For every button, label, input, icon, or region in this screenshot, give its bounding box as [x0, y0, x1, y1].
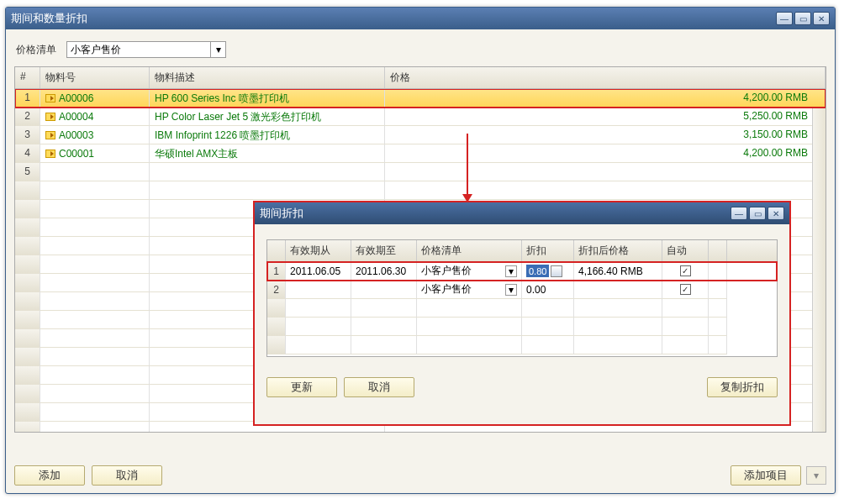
main-titlebar: 期间和数量折扣 — ▭ ✕ [6, 8, 835, 29]
valid-to-cell[interactable] [351, 281, 417, 299]
scrollbar[interactable] [812, 108, 826, 432]
price-list-value: 小客户售价 [67, 43, 210, 57]
row-number [15, 422, 40, 432]
price-cell[interactable]: 5,250.00 RMB [385, 108, 826, 126]
price-list-label: 价格清单 [16, 43, 56, 57]
scol-price-list[interactable]: 价格清单 [417, 240, 522, 262]
sub-titlebar: 期间折扣 — ▭ ✕ [255, 202, 789, 224]
row-padding [709, 281, 727, 299]
price-list-dropdown[interactable]: 小客户售价 ▾ [66, 41, 226, 58]
row-number: 2 [15, 108, 40, 126]
table-row[interactable]: 3A00003IBM Infoprint 1226 喷墨打印机3,150.00 … [15, 126, 826, 144]
row-padding [709, 262, 727, 281]
col-price[interactable]: 价格 [385, 67, 826, 88]
row-number [15, 237, 40, 255]
sub-minimize-button[interactable]: — [731, 207, 747, 220]
material-no-cell[interactable]: C00001 [40, 144, 150, 163]
close-button[interactable]: ✕ [813, 12, 830, 25]
description-cell[interactable]: 华硕Intel AMX主板 [150, 144, 385, 163]
discount-cell[interactable]: 0.80 [522, 262, 574, 281]
main-window: 期间和数量折扣 — ▭ ✕ 价格清单 小客户售价 ▾ # 物料号 物料描述 价格… [5, 7, 836, 494]
scol-valid-from[interactable]: 有效期从 [286, 240, 351, 262]
link-arrow-icon[interactable] [45, 131, 55, 139]
row-number: 1 [267, 262, 286, 281]
row-number [15, 311, 40, 329]
pricelist-cell[interactable]: 小客户售价▾ [417, 262, 522, 281]
material-no-cell[interactable]: A00003 [40, 126, 150, 144]
discount-cell[interactable]: 0.00 [522, 281, 574, 299]
col-material-no[interactable]: 物料号 [40, 67, 150, 88]
cancel-button[interactable]: 取消 [92, 465, 162, 486]
col-num[interactable]: # [15, 67, 40, 88]
row-number [15, 181, 40, 200]
maximize-button[interactable]: ▭ [794, 12, 811, 25]
price-cell[interactable]: 4,200.00 RMB [385, 89, 826, 108]
valid-from-cell[interactable] [286, 281, 351, 299]
auto-cell[interactable]: ✓ [662, 262, 709, 281]
scol-price-after[interactable]: 折扣后价格 [574, 240, 662, 262]
price-after-cell[interactable] [574, 281, 662, 299]
row-number: 1 [15, 89, 40, 108]
row-number: 3 [15, 126, 40, 144]
chevron-down-icon: ▾ [210, 42, 225, 57]
discount-row[interactable]: 2小客户售价▾0.00✓ [267, 281, 777, 299]
auto-cell[interactable]: ✓ [662, 281, 709, 299]
annotation-arrow [467, 134, 468, 194]
row-number [267, 299, 286, 318]
row-number: 4 [15, 144, 40, 163]
minimize-button[interactable]: — [776, 12, 793, 25]
row-number: 5 [15, 163, 40, 181]
table-row[interactable]: 5 [15, 163, 826, 181]
discount-row-empty[interactable] [267, 336, 777, 354]
period-discount-window: 期间折扣 — ▭ ✕ 有效期从 有效期至 价格清单 折扣 折扣后价格 自动 [253, 201, 791, 426]
table-row[interactable]: 1A00006HP 600 Series Inc 喷墨打印机4,200.00 R… [15, 89, 826, 108]
sub-maximize-button[interactable]: ▭ [749, 207, 766, 220]
chevron-down-icon[interactable]: ▾ [505, 284, 517, 296]
price-cell[interactable]: 4,200.00 RMB [385, 144, 826, 163]
table-row[interactable]: 4C00001华硕Intel AMX主板4,200.00 RMB [15, 144, 826, 163]
discount-row-empty[interactable] [267, 299, 777, 318]
add-item-button[interactable]: 添加项目 [731, 465, 801, 486]
update-button[interactable]: 更新 [266, 377, 337, 397]
description-cell[interactable] [150, 163, 385, 181]
valid-to-cell[interactable]: 2011.06.30 [351, 262, 417, 281]
auto-checkbox[interactable]: ✓ [680, 284, 691, 295]
description-cell[interactable]: HP 600 Series Inc 喷墨打印机 [150, 89, 385, 108]
scol-num[interactable] [267, 240, 286, 262]
description-cell[interactable]: HP Color Laser Jet 5 激光彩色打印机 [150, 108, 385, 126]
calculator-icon[interactable] [551, 265, 562, 277]
table-row-empty[interactable] [15, 181, 826, 200]
material-no-cell[interactable]: A00006 [40, 89, 150, 108]
discount-row[interactable]: 12011.06.052011.06.30小客户售价▾0.804,166.40 … [267, 262, 777, 281]
material-no-cell[interactable]: A00004 [40, 108, 150, 126]
scol-valid-to[interactable]: 有效期至 [351, 240, 417, 262]
row-number [15, 218, 40, 237]
price-cell[interactable]: 3,150.00 RMB [385, 126, 826, 144]
add-button[interactable]: 添加 [14, 465, 85, 486]
link-arrow-icon[interactable] [45, 94, 55, 102]
row-number [267, 318, 286, 336]
sub-close-button[interactable]: ✕ [768, 207, 784, 220]
sub-title: 期间折扣 [260, 206, 731, 221]
copy-discount-button[interactable]: 复制折扣 [707, 377, 778, 397]
row-number [15, 348, 40, 366]
table-row[interactable]: 2A00004HP Color Laser Jet 5 激光彩色打印机5,250… [15, 108, 826, 126]
row-number [15, 329, 40, 348]
row-number [15, 255, 40, 274]
link-arrow-icon[interactable] [45, 113, 55, 121]
scol-auto[interactable]: 自动 [662, 240, 709, 262]
discount-row-empty[interactable] [267, 318, 777, 336]
price-after-cell[interactable]: 4,166.40 RMB [574, 262, 662, 281]
description-cell[interactable]: IBM Infoprint 1226 喷墨打印机 [150, 126, 385, 144]
valid-from-cell[interactable]: 2011.06.05 [286, 262, 351, 281]
material-no-cell[interactable] [40, 163, 150, 181]
link-arrow-icon[interactable] [45, 150, 55, 158]
price-cell[interactable] [385, 163, 826, 181]
scol-discount[interactable]: 折扣 [522, 240, 574, 262]
pricelist-cell[interactable]: 小客户售价▾ [417, 281, 522, 299]
sub-cancel-button[interactable]: 取消 [344, 377, 414, 397]
filter-icon[interactable]: ▾ [806, 466, 826, 485]
col-description[interactable]: 物料描述 [150, 67, 385, 88]
chevron-down-icon[interactable]: ▾ [505, 265, 517, 277]
auto-checkbox[interactable]: ✓ [680, 265, 691, 276]
